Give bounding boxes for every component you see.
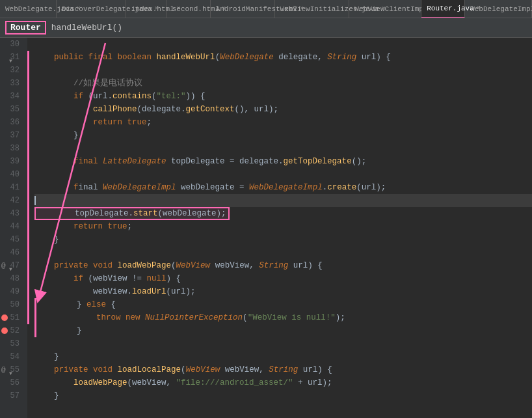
gutter-37: 37 [0, 129, 23, 142]
tab-bar: WebDelegate.java × DiscoverDelegate.java… [0, 0, 532, 18]
at-marker-47: @ [1, 259, 6, 272]
code-line-31: public final boolean handleWebUrl(WebDel… [34, 51, 532, 64]
tab-webdelegateimpl[interactable]: WebDelegateImpl.java × [465, 0, 532, 18]
gutter-41: 41 [0, 181, 23, 194]
gutter-46: 46 [0, 246, 23, 259]
code-line-54: } [34, 350, 532, 363]
code-line-55: private void loadLocalPage(WebView webVi… [34, 363, 532, 376]
code-line-35: callPhone(delegate.getContext(), url); [34, 103, 532, 116]
gutter-31[interactable]: 31 [0, 51, 23, 64]
gutter-40: 40 [0, 168, 23, 181]
code-line-48: if (webView != null) { [34, 272, 532, 285]
code-line-51: throw new NullPointerException("WebView … [34, 311, 532, 324]
code-line-50: } else { [34, 298, 532, 311]
code-line-43: topDelegate.start(webDelegate); [34, 207, 230, 220]
code-line-44: return true; [34, 220, 532, 233]
code-line-40 [34, 168, 532, 181]
code-line-56: loadWebPage(webView, "file:///android_as… [34, 376, 532, 389]
code-line-52: } [34, 324, 532, 337]
breadcrumb-bar: Router handleWebUrl() [0, 18, 532, 38]
tab-discoverdelegate[interactable]: DiscoverDelegate.java × [57, 0, 126, 18]
tab-router[interactable]: Router.java × [421, 0, 465, 18]
pink-left-bar [27, 51, 29, 324]
tab-second-html[interactable]: second.html × [167, 0, 211, 18]
code-line-30 [34, 38, 532, 51]
gutter-36: 36 [0, 116, 23, 129]
gutter-33: 33 [0, 77, 23, 90]
gutter-49: 49 [0, 285, 23, 298]
code-line-47: private void loadWebPage(WebView webView… [34, 259, 532, 272]
gutter-34: 34 [0, 90, 23, 103]
gutter-39: 39 [0, 155, 23, 168]
gutter-48: 48 [0, 272, 23, 285]
code-line-32 [34, 64, 532, 77]
tab-webviewinitializer[interactable]: WebViewInitializer.java × [275, 0, 350, 18]
code-line-37: } [34, 129, 532, 142]
code-line-45: } [34, 233, 532, 246]
code-content: public final boolean handleWebUrl(WebDel… [29, 38, 532, 418]
gutter-50: 50 [0, 298, 23, 311]
gutter-56: 56 [0, 376, 23, 389]
gutter-51: 51 [0, 311, 23, 324]
tab-androidmanifest[interactable]: AndroidManifest.xml × [211, 0, 275, 18]
code-line-34: if (url.contains("tel:")) { [34, 90, 532, 103]
tab-webviewclientimpl[interactable]: WebViewClientImpl.java × [349, 0, 421, 18]
gutter-54: 54 [0, 350, 23, 363]
code-line-39: final LatteDelegate topDelegate = delega… [34, 155, 532, 168]
gutter-30: 30 [0, 38, 23, 51]
gutter-42: 42 [0, 194, 23, 207]
gutter-32: 32 [0, 64, 23, 77]
gutter-44: 44 [0, 220, 23, 233]
code-line-36: return true; [34, 116, 532, 129]
tab-index-html[interactable]: index.html × [126, 0, 167, 18]
breadcrumb-class: Router [5, 21, 46, 35]
code-line-42 [34, 194, 532, 207]
code-line-38 [34, 142, 532, 155]
gutter-47[interactable]: @ 47 [0, 259, 23, 272]
code-line-46 [34, 246, 532, 259]
line-number-gutter: 30 31 32 33 34 35 36 37 38 39 40 41 42 4… [0, 38, 27, 418]
gutter-38: 38 [0, 142, 23, 155]
gutter-35: 35 [0, 103, 23, 116]
code-line-33: //如果是电话协议 [34, 77, 532, 90]
code-line-49: webView.loadUrl(url); [34, 285, 532, 298]
gutter-45: 45 [0, 233, 23, 246]
tab-webdelegate[interactable]: WebDelegate.java × [0, 0, 57, 18]
gutter-53: 53 [0, 337, 23, 350]
code-line-57: } [34, 389, 532, 402]
at-marker-55: @ [1, 363, 6, 376]
code-line-53 [34, 337, 532, 350]
gutter-57: 57 [0, 389, 23, 402]
breadcrumb-method: handleWebUrl() [51, 23, 122, 33]
code-area: 30 31 32 33 34 35 36 37 38 39 40 41 42 4… [0, 38, 532, 418]
gutter-55[interactable]: @ 55 [0, 363, 23, 376]
gutter-43: 43 [0, 207, 23, 220]
gutter-52: 52 [0, 324, 23, 337]
code-line-41: final WebDelegateImpl webDelegate = WebD… [34, 181, 532, 194]
